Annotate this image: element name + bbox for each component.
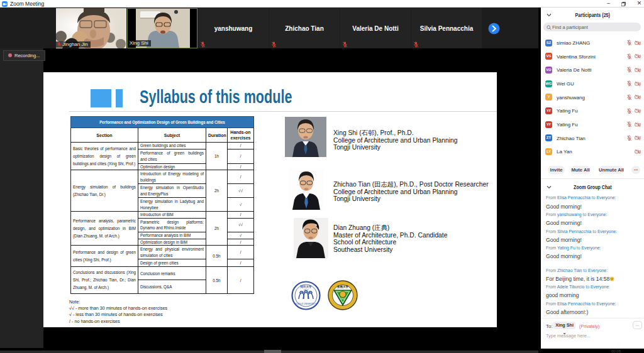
svg-text:1902: 1902 bbox=[340, 298, 345, 300]
svg-text:同济大学: 同济大学 bbox=[301, 285, 313, 289]
svg-text:TONGJI UNIVERSITY: TONGJI UNIVERSITY bbox=[296, 303, 317, 305]
